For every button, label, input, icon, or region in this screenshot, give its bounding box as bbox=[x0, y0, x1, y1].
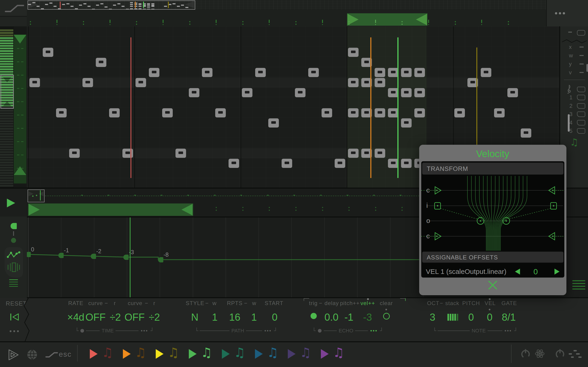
automation-point[interactable] bbox=[123, 255, 129, 260]
note[interactable] bbox=[348, 108, 359, 117]
note[interactable] bbox=[96, 58, 106, 67]
timeline-ruler[interactable] bbox=[27, 10, 546, 27]
play-button[interactable] bbox=[7, 199, 15, 207]
note[interactable] bbox=[414, 108, 425, 117]
note[interactable] bbox=[229, 159, 239, 168]
automation-point[interactable] bbox=[58, 253, 64, 258]
track-play-button[interactable] bbox=[123, 349, 131, 359]
note[interactable] bbox=[189, 88, 199, 97]
start-value[interactable]: 0 bbox=[272, 311, 277, 323]
automation-point[interactable] bbox=[27, 252, 31, 257]
offset-increment-button[interactable] bbox=[554, 269, 560, 275]
rate-value[interactable]: ×4d bbox=[67, 311, 85, 323]
note[interactable] bbox=[136, 78, 146, 87]
slot-row-button[interactable] bbox=[577, 120, 585, 125]
slot-row-button[interactable] bbox=[577, 103, 585, 109]
track-note-icon[interactable]: ♫ bbox=[102, 345, 113, 360]
w1-value[interactable]: 1 bbox=[212, 311, 217, 323]
track-note-icon[interactable]: ♫ bbox=[135, 345, 146, 360]
bars-lane-icon[interactable] bbox=[7, 262, 21, 273]
note[interactable] bbox=[321, 108, 332, 117]
slot-row-button[interactable] bbox=[577, 111, 585, 117]
note[interactable] bbox=[295, 88, 305, 97]
note[interactable] bbox=[335, 159, 345, 168]
track-note-icon[interactable]: ♫ bbox=[168, 345, 179, 360]
vel-plus-label[interactable]: vel++ bbox=[360, 300, 375, 307]
note[interactable] bbox=[401, 88, 412, 97]
note[interactable] bbox=[494, 108, 505, 117]
offset-decrement-button[interactable] bbox=[515, 269, 520, 275]
active-track-note-icon[interactable]: ♫ bbox=[570, 136, 579, 148]
note[interactable] bbox=[388, 159, 398, 168]
popup-close-button[interactable] bbox=[487, 280, 498, 291]
automation-point[interactable] bbox=[158, 257, 163, 262]
loop-start-triangle-icon[interactable] bbox=[29, 204, 40, 215]
mod-row-dash[interactable] bbox=[579, 72, 584, 73]
note[interactable] bbox=[414, 68, 425, 77]
vel-value[interactable]: 0 bbox=[487, 311, 493, 323]
note[interactable] bbox=[109, 108, 120, 117]
globe-icon[interactable] bbox=[27, 349, 38, 360]
r2-value[interactable]: ÷2 bbox=[149, 311, 160, 323]
range-bottom-triangle-icon[interactable] bbox=[14, 166, 26, 175]
note[interactable] bbox=[507, 88, 518, 97]
note[interactable] bbox=[202, 68, 212, 77]
curve-lane-icon[interactable] bbox=[7, 250, 21, 259]
clef-slot-button[interactable] bbox=[577, 87, 585, 92]
note[interactable] bbox=[375, 68, 385, 77]
track-play-button[interactable] bbox=[255, 349, 263, 359]
note[interactable] bbox=[56, 108, 67, 117]
clear-toggle-off[interactable] bbox=[383, 313, 390, 319]
slew-curve-icon[interactable] bbox=[45, 350, 58, 359]
offset-value[interactable]: 0 bbox=[534, 267, 538, 276]
ruler-loop-region[interactable] bbox=[347, 13, 427, 26]
range-strip[interactable] bbox=[14, 26, 27, 188]
pitch-selection-frame[interactable] bbox=[0, 75, 14, 109]
path-footer[interactable]: └PATH•••┘ bbox=[195, 327, 277, 334]
power-icon[interactable] bbox=[555, 349, 565, 359]
offset-name[interactable]: VEL 1 (scaleOutput.linear) bbox=[426, 268, 506, 275]
grid-vscrollbar[interactable] bbox=[568, 114, 570, 132]
style-value[interactable]: N bbox=[191, 311, 199, 323]
note[interactable] bbox=[268, 118, 279, 127]
loop-end-triangle-icon[interactable] bbox=[182, 204, 192, 215]
mod-row-dash[interactable] bbox=[579, 55, 584, 56]
oct-value[interactable]: 3 bbox=[430, 311, 435, 323]
esc-button[interactable]: esc bbox=[59, 350, 72, 359]
note[interactable] bbox=[388, 68, 398, 77]
track-note-icon[interactable]: ♫ bbox=[267, 345, 278, 360]
note[interactable] bbox=[375, 149, 385, 158]
pitch-plus-value[interactable]: -1 bbox=[344, 311, 353, 323]
note[interactable] bbox=[215, 108, 226, 117]
note[interactable] bbox=[454, 108, 465, 117]
note[interactable] bbox=[414, 88, 425, 97]
power-icon[interactable] bbox=[520, 349, 531, 359]
track-play-button[interactable] bbox=[288, 349, 296, 359]
note[interactable] bbox=[255, 68, 266, 77]
note[interactable] bbox=[308, 68, 319, 77]
note[interactable] bbox=[388, 88, 398, 97]
atom-icon[interactable] bbox=[535, 349, 545, 359]
mod-row-dash[interactable] bbox=[579, 64, 584, 65]
rpts-value[interactable]: 16 bbox=[229, 311, 241, 323]
pitch-value[interactable]: 0 bbox=[468, 311, 474, 323]
note-footer[interactable]: └NOTE•••┘ bbox=[433, 327, 518, 334]
lower-loop-region[interactable] bbox=[28, 203, 193, 216]
track-play-button[interactable] bbox=[189, 349, 197, 359]
note[interactable] bbox=[375, 78, 385, 87]
mod-row-dash[interactable] bbox=[579, 47, 584, 48]
note[interactable] bbox=[175, 149, 186, 158]
track-note-icon[interactable]: ♫ bbox=[300, 345, 311, 360]
play-all-icon[interactable] bbox=[8, 349, 19, 361]
echo-footer[interactable]: └ECHO•••┘ bbox=[312, 327, 383, 334]
track-play-button[interactable] bbox=[90, 349, 98, 359]
record-dot-button[interactable] bbox=[11, 238, 16, 243]
curve2-value[interactable]: OFF bbox=[124, 311, 145, 323]
track-note-icon[interactable]: ♫ bbox=[333, 345, 344, 360]
note[interactable] bbox=[162, 108, 173, 117]
note[interactable] bbox=[43, 48, 53, 57]
minimap-viewport[interactable] bbox=[27, 0, 195, 10]
automation-point[interactable] bbox=[91, 254, 96, 259]
note[interactable] bbox=[149, 68, 159, 77]
r1-value[interactable]: ÷2 bbox=[110, 311, 121, 323]
